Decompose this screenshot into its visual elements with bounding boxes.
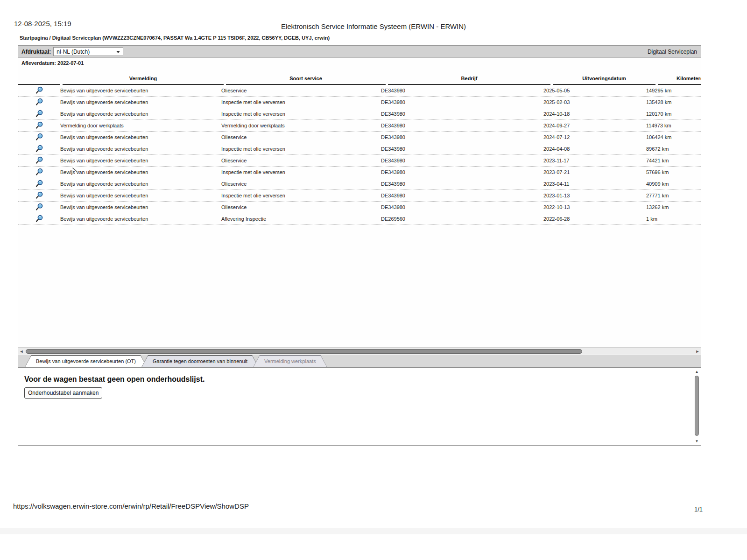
cell-soort-service: Inspectie met olie verversen	[221, 111, 381, 117]
create-maintenance-table-button[interactable]: Onderhoudstabel aanmaken	[24, 387, 102, 399]
cell-vermelding: Bewijs van uitgevoerde servicebeurten	[60, 169, 221, 175]
tab-bewijs-servicebeurten[interactable]: Bewijs van uitgevoerde servicebeurten (O…	[25, 355, 147, 367]
column-header-vermelding: Vermelding	[63, 76, 224, 85]
cell-vermelding: Bewijs van uitgevoerde servicebeurten	[60, 146, 221, 152]
cell-vermelding: Bewijs van uitgevoerde servicebeurten	[60, 134, 221, 140]
cell-soort-service: Vermelding door werkplaats	[221, 123, 381, 128]
magnifier-icon[interactable]	[35, 168, 43, 176]
cell-bedrijf: DE343980	[381, 99, 543, 105]
cell-vermelding: Vermelding door werkplaats	[60, 123, 221, 128]
cell-kilometerstand: 1 km	[646, 216, 701, 222]
cell-bedrijf: DE343980	[381, 146, 543, 152]
cell-uitvoeringsdatum: 2025-05-05	[543, 88, 646, 93]
cell-uitvoeringsdatum: 2023-04-11	[543, 181, 646, 187]
horizontal-scrollbar: ◄ ►	[18, 347, 701, 355]
cell-uitvoeringsdatum: 2022-10-13	[543, 204, 646, 210]
tab-label: Vermelding werkplaats	[264, 358, 316, 364]
magnifier-icon[interactable]	[35, 145, 43, 153]
page-number: 1/1	[694, 506, 703, 513]
cell-kilometerstand: 135428 km	[646, 99, 701, 105]
magnifier-icon[interactable]	[35, 98, 43, 106]
table-row: Vermelding door werkplaats Vermelding do…	[18, 120, 701, 132]
horizontal-scrollbar-thumb[interactable]	[26, 349, 582, 354]
horizontal-scrollbar-track[interactable]	[25, 349, 694, 354]
cell-soort-service: Aflevering Inspectie	[221, 216, 381, 222]
scan-artifact-band	[0, 528, 747, 534]
magnifier-icon[interactable]	[35, 121, 43, 130]
magnifier-icon[interactable]	[35, 156, 43, 165]
print-language-select[interactable]: nl-NL (Dutch)	[53, 47, 123, 56]
table-row: Bewijs van uitgevoerde servicebeurten Ol…	[18, 178, 701, 190]
cell-vermelding: Bewijs van uitgevoerde servicebeurten	[60, 99, 221, 105]
print-language-label: Afdruktaal:	[21, 49, 51, 55]
cell-soort-service: Olieservice	[221, 134, 381, 140]
table-row: Bewijs van uitgevoerde servicebeurten Ol…	[18, 132, 701, 143]
tab-vermelding-werkplaats[interactable]: Vermelding werkplaats	[253, 355, 327, 367]
column-header-soort-service: Soort service	[226, 76, 386, 85]
cell-kilometerstand: 40909 km	[646, 181, 701, 187]
toolbar: Afdruktaal: nl-NL (Dutch) Digitaal Servi…	[18, 46, 701, 58]
column-header-spacer	[18, 81, 60, 85]
scroll-up-icon[interactable]: ▲	[694, 370, 700, 374]
cell-bedrijf: DE343980	[381, 134, 543, 140]
tab-label: Bewijs van uitgevoerde servicebeurten (O…	[36, 358, 136, 364]
magnifier-icon[interactable]	[35, 110, 43, 118]
column-header-kilometerstand: Kilometerstand	[658, 76, 701, 85]
cell-bedrijf: DE343980	[381, 169, 543, 175]
cell-kilometerstand: 57696 km	[646, 169, 701, 175]
magnifier-icon[interactable]	[35, 191, 43, 200]
cell-soort-service: Inspectie met olie verversen	[221, 169, 381, 175]
cell-kilometerstand: 106424 km	[646, 134, 701, 140]
table-row: Bewijs van uitgevoerde servicebeurten Ol…	[18, 202, 701, 213]
cell-bedrijf: DE343980	[381, 158, 543, 163]
cell-kilometerstand: 13262 km	[646, 204, 701, 210]
cell-soort-service: Inspectie met olie verversen	[221, 99, 381, 105]
scroll-left-icon[interactable]: ◄	[18, 348, 25, 355]
cell-vermelding: Bewijs van uitgevoerde servicebeurten	[60, 216, 221, 222]
magnifier-icon[interactable]	[35, 215, 43, 223]
cell-soort-service: Olieservice	[221, 88, 381, 93]
cell-kilometerstand: 114973 km	[646, 123, 701, 128]
cell-soort-service: Inspectie met olie verversen	[221, 146, 381, 152]
table-row: Bewijs van uitgevoerde servicebeurten In…	[18, 143, 701, 155]
cell-vermelding: Bewijs van uitgevoerde servicebeurten	[60, 88, 221, 93]
cell-bedrijf: DE343980	[381, 193, 543, 198]
cell-kilometerstand: 89672 km	[646, 146, 701, 152]
scroll-down-icon[interactable]: ▼	[694, 439, 700, 443]
delivery-date: Afleverdatum: 2022-07-01	[21, 60, 84, 66]
cell-vermelding: Bewijs van uitgevoerde servicebeurten	[60, 193, 221, 198]
table-row: Bewijs van uitgevoerde servicebeurten In…	[18, 190, 701, 202]
cell-uitvoeringsdatum: 2024-07-12	[543, 134, 646, 140]
scroll-right-icon[interactable]: ►	[694, 348, 701, 355]
plan-title: Digitaal Serviceplan	[648, 49, 697, 55]
cell-uitvoeringsdatum: 2025-02-03	[543, 99, 646, 105]
cell-kilometerstand: 149295 km	[646, 88, 701, 93]
cell-vermelding: Bewijs van uitgevoerde servicebeurten	[60, 204, 221, 210]
magnifier-icon[interactable]	[35, 180, 43, 188]
cell-uitvoeringsdatum: 2023-07-21	[543, 169, 646, 175]
breadcrumb: Startpagina / Digitaal Serviceplan (WVWZ…	[20, 35, 330, 41]
tab-garantie-doorroesten[interactable]: Garantie tegen doorroesten van binnenuit	[141, 355, 259, 367]
cell-kilometerstand: 120170 km	[646, 111, 701, 117]
table-row: Bewijs van uitgevoerde servicebeurten In…	[18, 108, 701, 120]
tab-strip: Bewijs van uitgevoerde servicebeurten (O…	[18, 355, 701, 368]
tab-content-panel: Voor de wagen bestaat geen open onderhou…	[18, 368, 701, 445]
table-body: Bewijs van uitgevoerde servicebeurten Ol…	[18, 85, 701, 225]
magnifier-icon[interactable]	[35, 133, 43, 141]
magnifier-icon[interactable]	[35, 203, 43, 211]
cell-bedrijf: DE343980	[381, 88, 543, 93]
cell-soort-service: Olieservice	[221, 204, 381, 210]
vertical-scrollbar-thumb[interactable]	[695, 376, 699, 436]
table-row: Bewijs van uitgevoerde servicebeurten Af…	[18, 213, 701, 225]
cell-vermelding: Bewijs van uitgevoerde servicebeurten	[60, 158, 221, 163]
column-header-bedrijf: Bedrijf	[388, 76, 550, 85]
cell-uitvoeringsdatum: 2022-06-28	[543, 216, 646, 222]
table-row: Bewijs van uitgevoerde servicebeurten Ol…	[18, 85, 701, 97]
cell-soort-service: Inspectie met olie verversen	[221, 193, 381, 198]
cell-uitvoeringsdatum: 2023-11-17	[543, 158, 646, 163]
magnifier-icon[interactable]	[35, 86, 43, 95]
cell-soort-service: Olieservice	[221, 181, 381, 187]
print-language-value: nl-NL (Dutch)	[56, 49, 90, 55]
cell-bedrijf: DE269560	[381, 216, 543, 222]
vertical-scrollbar: ▲ ▼	[694, 370, 700, 443]
